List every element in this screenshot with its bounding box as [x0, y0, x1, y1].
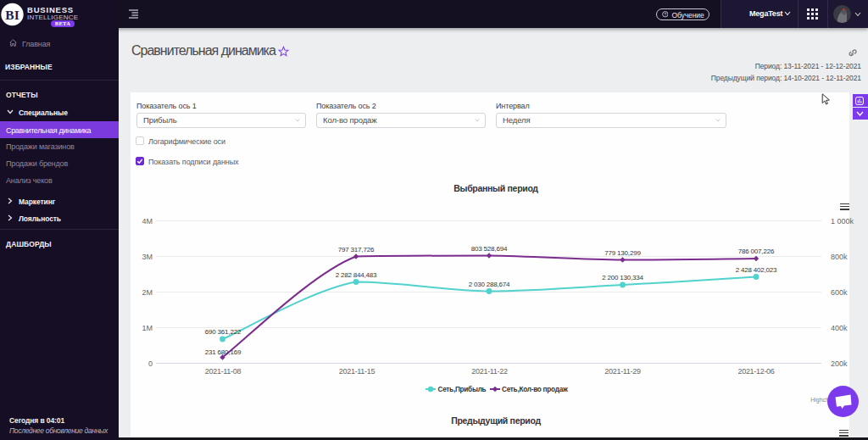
svg-text:400k: 400k [831, 324, 848, 332]
svg-text:Сеть,Кол-во продаж: Сеть,Кол-во продаж [502, 386, 568, 393]
svg-text:786 007,226: 786 007,226 [738, 248, 775, 255]
svg-text:BI: BI [5, 8, 19, 22]
svg-text:600k: 600k [831, 288, 848, 297]
svg-text:Сеть,Прибыль: Сеть,Прибыль [438, 385, 487, 393]
svg-text:2021-11-08: 2021-11-08 [205, 367, 242, 376]
svg-text:200k: 200k [831, 359, 848, 368]
svg-text:2021-12-06: 2021-12-06 [737, 367, 774, 376]
svg-text:231 680,169: 231 680,169 [205, 348, 242, 356]
svg-text:797 317,726: 797 317,726 [338, 246, 375, 253]
svg-text:2 200 130,334: 2 200 130,334 [602, 274, 643, 281]
svg-text:2021-11-15: 2021-11-15 [339, 367, 376, 376]
svg-text:2021-11-29: 2021-11-29 [604, 367, 641, 376]
svg-text:4M: 4M [142, 217, 153, 226]
svg-text:2021-11-22: 2021-11-22 [471, 367, 508, 376]
svg-text:779 130,299: 779 130,299 [604, 249, 641, 257]
svg-text:0: 0 [148, 359, 153, 368]
svg-text:800k: 800k [831, 253, 848, 261]
svg-text:2M: 2M [142, 288, 153, 297]
svg-text:1M: 1M [142, 324, 153, 332]
svg-text:2 030 288,674: 2 030 288,674 [469, 281, 510, 288]
svg-text:803 528,694: 803 528,694 [471, 245, 508, 253]
svg-text:3M: 3M [142, 253, 153, 261]
svg-text:690 361,222: 690 361,222 [205, 328, 242, 336]
svg-text:2 428 402,023: 2 428 402,023 [736, 266, 777, 274]
svg-text:1 000k: 1 000k [831, 217, 854, 226]
svg-text:2 282 844,483: 2 282 844,483 [336, 271, 377, 279]
svg-text:?: ? [664, 12, 666, 17]
